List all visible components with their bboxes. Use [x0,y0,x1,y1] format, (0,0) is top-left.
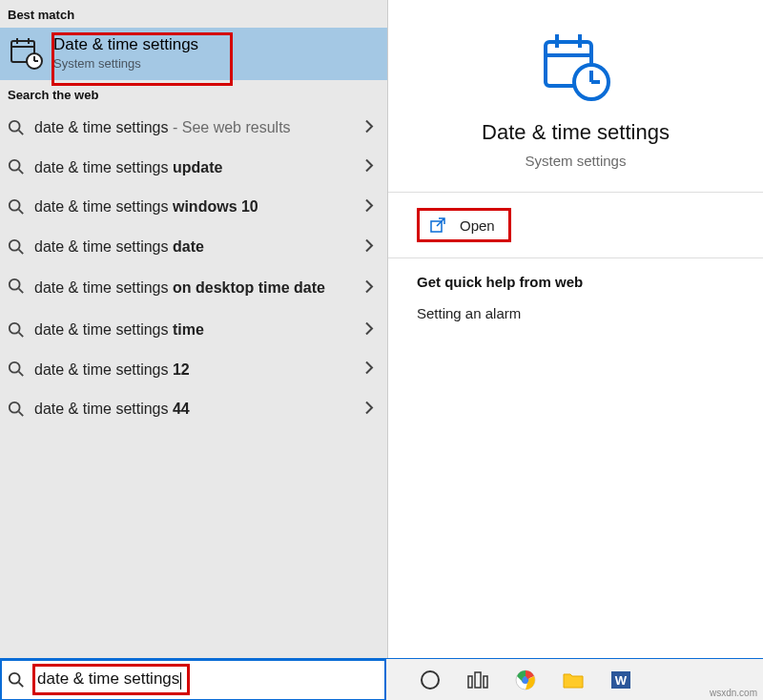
open-icon [429,216,446,234]
chrome-icon[interactable] [514,669,537,691]
search-results-panel: Best match Date & time settings System s… [0,0,388,658]
best-match-row[interactable]: Date & time settings System settings [0,28,387,80]
help-link-setting-alarm[interactable]: Setting an alarm [417,305,763,321]
chevron-right-icon[interactable] [364,119,374,135]
svg-point-31 [10,672,20,683]
svg-rect-34 [468,676,472,688]
svg-point-21 [10,402,20,413]
web-result-text: date & time settings time [34,319,378,340]
open-label: Open [460,217,495,234]
svg-rect-36 [484,676,487,688]
best-match-label: Best match [0,0,387,28]
preview-title: Date & time settings [388,120,763,145]
web-result-text: date & time settings 12 [34,360,378,381]
taskbar-icons: W [419,669,632,691]
search-icon [8,321,25,339]
quick-help-section: Get quick help from web Setting an alarm [388,258,763,321]
svg-rect-35 [475,672,481,688]
word-icon[interactable]: W [609,669,632,691]
text-cursor [180,672,181,690]
web-result-row[interactable]: date & time settings windows 10 [0,187,387,227]
svg-line-22 [19,412,24,417]
svg-line-32 [19,682,24,687]
preview-header: Date & time settings System settings [388,0,763,192]
web-result-text: date & time settings windows 10 [34,196,378,217]
svg-line-10 [19,170,24,175]
web-result-row[interactable]: date & time settings 44 [0,389,387,429]
date-time-icon [538,29,614,105]
file-explorer-icon[interactable] [562,669,585,691]
cortana-icon[interactable] [419,669,442,691]
search-icon [8,198,25,216]
svg-point-7 [10,121,20,132]
web-result-text: date & time settings on desktop time dat… [34,278,378,299]
svg-line-12 [19,210,24,215]
best-match-title: Date & time settings [53,35,382,54]
svg-text:W: W [615,673,628,688]
svg-line-14 [19,249,24,254]
search-icon [8,401,25,418]
search-icon [8,278,25,295]
search-icon [8,360,25,378]
date-time-icon [10,36,44,71]
chevron-right-icon[interactable] [364,238,374,255]
preview-subtitle: System settings [388,153,763,169]
chevron-right-icon[interactable] [364,280,374,297]
svg-line-16 [19,289,24,294]
svg-line-20 [19,372,24,377]
svg-point-9 [10,160,20,171]
search-input-value[interactable]: date & time settings [37,669,179,688]
web-result-row[interactable]: date & time settings 12 [0,350,387,390]
svg-point-33 [422,671,439,689]
web-results-label: Search the web [0,80,387,108]
web-results-list: date & time settings - See web results d… [0,108,387,429]
taskbar-search[interactable]: date & time settings [0,659,386,701]
svg-point-15 [10,279,20,290]
task-view-icon[interactable] [466,669,489,691]
chevron-right-icon[interactable] [364,159,374,175]
web-result-row[interactable]: date & time settings update [0,148,387,188]
highlight-search-input: date & time settings [32,664,190,694]
web-result-row[interactable]: date & time settings - See web results [0,108,387,148]
svg-point-17 [10,323,20,334]
open-action-row[interactable]: Open [388,193,763,257]
svg-point-11 [10,200,20,211]
chevron-right-icon[interactable] [364,321,374,338]
svg-point-13 [10,239,20,250]
web-result-row[interactable]: date & time settings date [0,227,387,267]
search-icon [8,119,25,136]
chevron-right-icon[interactable] [364,198,374,215]
search-icon [8,158,25,175]
svg-line-18 [19,332,24,337]
taskbar: date & time settings W wsxdn.com [0,658,763,700]
web-result-text: date & time settings 44 [34,399,378,420]
web-result-text: date & time settings date [34,237,378,257]
best-match-text: Date & time settings System settings [53,35,382,71]
web-result-text: date & time settings - See web results [34,117,378,138]
search-icon [8,238,25,256]
watermark: wsxdn.com [710,688,757,698]
chevron-right-icon[interactable] [364,401,374,417]
search-icon [8,671,25,689]
svg-line-8 [19,130,24,134]
highlight-open: Open [417,208,511,242]
web-result-text: date & time settings update [34,157,378,178]
quick-help-header: Get quick help from web [417,274,763,290]
chevron-right-icon[interactable] [364,361,374,378]
preview-panel: Date & time settings System settings Ope… [388,0,763,658]
web-result-row[interactable]: date & time settings time [0,310,387,350]
best-match-subtitle: System settings [53,56,382,71]
web-result-row[interactable]: date & time settings on desktop time dat… [0,266,387,310]
svg-point-19 [10,362,20,373]
